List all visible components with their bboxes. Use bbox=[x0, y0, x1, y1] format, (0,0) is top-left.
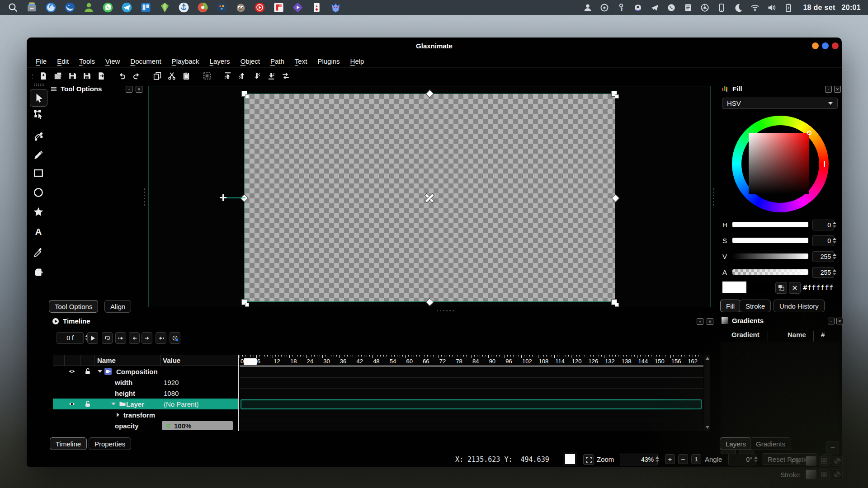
fit-view-button[interactable] bbox=[583, 454, 594, 465]
reverse-button[interactable] bbox=[279, 70, 292, 82]
open-button[interactable] bbox=[52, 70, 64, 82]
whatsapp-icon[interactable] bbox=[102, 2, 113, 13]
current-color-swatch[interactable] bbox=[565, 454, 575, 464]
tab-fill[interactable]: Fill bbox=[720, 300, 741, 312]
float-panel-icon[interactable]: ▫ bbox=[825, 86, 832, 93]
lower-to-bottom-button[interactable] bbox=[265, 70, 277, 82]
mascot-tray-icon[interactable] bbox=[633, 3, 642, 12]
timeline-scrollbar[interactable] bbox=[704, 355, 710, 431]
gradients-list[interactable] bbox=[721, 342, 839, 439]
diamond-play-icon[interactable] bbox=[292, 2, 303, 13]
export-button[interactable] bbox=[95, 70, 107, 82]
angle-steppers[interactable] bbox=[753, 454, 759, 465]
visibility-toggle-icon[interactable] bbox=[68, 399, 75, 409]
value-slider[interactable] bbox=[732, 253, 808, 259]
record-button[interactable] bbox=[170, 332, 180, 344]
fill-conical-gradient-button[interactable] bbox=[832, 456, 843, 466]
select-tool-button[interactable] bbox=[30, 89, 47, 107]
timeline-ruler[interactable]: 0612182430364248546066727884909610210811… bbox=[240, 355, 703, 366]
undo-button[interactable] bbox=[116, 70, 128, 82]
tab-layers[interactable]: Layers bbox=[720, 437, 752, 450]
value-steppers[interactable] bbox=[831, 251, 837, 262]
tree-row-height[interactable]: height1080 bbox=[53, 388, 238, 399]
swap-colors-button[interactable] bbox=[775, 282, 787, 294]
rectangle-tool-button[interactable] bbox=[30, 164, 47, 181]
float-panel-icon[interactable]: ▫ bbox=[126, 86, 132, 93]
whatsapp-tray-icon[interactable] bbox=[667, 3, 676, 12]
dictionary-icon[interactable] bbox=[178, 2, 189, 13]
close-panel-icon[interactable]: ✕ bbox=[707, 318, 713, 325]
maximize-button[interactable] bbox=[822, 42, 829, 49]
zoom-steppers[interactable] bbox=[654, 454, 660, 465]
menu-edit[interactable]: Edit bbox=[57, 57, 69, 65]
float-panel-icon[interactable]: ▫ bbox=[828, 318, 835, 324]
phone-tray-icon[interactable] bbox=[717, 3, 726, 12]
first-frame-button[interactable] bbox=[115, 332, 126, 344]
splitter-handle[interactable] bbox=[143, 188, 145, 207]
anchor-point-handle[interactable] bbox=[220, 194, 226, 201]
layer-duration-bar[interactable] bbox=[241, 399, 702, 409]
hue-steppers[interactable] bbox=[831, 219, 837, 230]
canvas-viewport[interactable] bbox=[148, 86, 711, 307]
menu-help[interactable]: Help bbox=[350, 57, 364, 65]
menu-view[interactable]: View bbox=[105, 57, 120, 65]
keyframe-status-icon[interactable] bbox=[166, 424, 170, 428]
scale-handle-bottom-right[interactable] bbox=[611, 299, 617, 305]
tab-gradients[interactable]: Gradients bbox=[750, 437, 791, 450]
next-frame-button[interactable] bbox=[142, 332, 152, 344]
saturation-value-square[interactable] bbox=[749, 133, 809, 194]
select-all-button[interactable] bbox=[201, 70, 213, 82]
lock-toggle-icon[interactable] bbox=[84, 399, 91, 409]
alpha-steppers[interactable] bbox=[831, 267, 837, 277]
text-tool-button[interactable]: A bbox=[30, 223, 47, 240]
search-icon[interactable] bbox=[7, 2, 19, 13]
tree-row-opacity[interactable]: opacity100% bbox=[53, 420, 238, 431]
clear-color-button[interactable]: ✕ bbox=[789, 282, 801, 294]
splitter-handle[interactable] bbox=[713, 188, 715, 207]
save-button[interactable] bbox=[66, 70, 78, 82]
fill-linear-gradient-button[interactable] bbox=[806, 456, 816, 466]
tab-properties[interactable]: Properties bbox=[89, 437, 131, 450]
save-as-button[interactable]: 1 bbox=[80, 70, 93, 82]
tree-row-composition[interactable]: Composition bbox=[53, 366, 238, 377]
new-button[interactable] bbox=[37, 70, 49, 82]
notes-tray-icon[interactable] bbox=[684, 3, 693, 12]
star-tool-button[interactable] bbox=[30, 203, 47, 220]
tab-tool-options[interactable]: Tool Options bbox=[49, 300, 98, 313]
paste-button[interactable] bbox=[180, 70, 192, 82]
telegram-icon[interactable] bbox=[121, 2, 132, 13]
expander-icon[interactable] bbox=[98, 366, 102, 377]
lock-toggle-icon[interactable] bbox=[84, 366, 91, 377]
pencil-tool-button[interactable] bbox=[30, 146, 47, 163]
cut-button[interactable] bbox=[165, 70, 178, 82]
scale-handle-top-right[interactable] bbox=[611, 91, 617, 97]
hex-color-field[interactable]: #ffffff bbox=[803, 283, 833, 292]
disc-tray-icon[interactable] bbox=[600, 3, 609, 12]
menu-layers[interactable]: Layers bbox=[210, 57, 230, 65]
trello-icon[interactable] bbox=[140, 2, 151, 13]
tab-undo-history[interactable]: Undo History bbox=[774, 300, 825, 312]
zoom-reset-button[interactable]: 1 bbox=[691, 454, 701, 464]
saturation-slider[interactable] bbox=[732, 238, 808, 243]
title-bar[interactable]: Glaxnimate bbox=[27, 38, 842, 55]
close-panel-icon[interactable]: ✕ bbox=[834, 86, 841, 93]
fill-tool-tool-button[interactable] bbox=[30, 263, 47, 280]
float-panel-icon[interactable]: ▫ bbox=[697, 318, 703, 325]
browser-tray-icon[interactable] bbox=[700, 3, 709, 12]
wifi-tray-icon[interactable] bbox=[750, 3, 760, 12]
remove-gradient-button[interactable]: − bbox=[826, 441, 839, 454]
tab-stroke[interactable]: Stroke bbox=[740, 300, 771, 312]
software-center-icon[interactable] bbox=[26, 2, 38, 13]
stroke-conical-gradient-button[interactable] bbox=[832, 469, 843, 479]
raise-to-top-button[interactable] bbox=[222, 70, 234, 82]
close-button[interactable] bbox=[832, 42, 839, 49]
angle-spinbox[interactable]: 0° bbox=[728, 454, 756, 465]
expander-icon[interactable] bbox=[117, 409, 119, 420]
alpha-slider[interactable] bbox=[732, 269, 808, 275]
timeline-graph[interactable] bbox=[240, 366, 703, 431]
menu-text[interactable]: Text bbox=[295, 57, 307, 65]
edit-nodes-tool-button[interactable] bbox=[30, 106, 47, 122]
property-value-editbox[interactable]: 100% bbox=[162, 421, 233, 430]
scale-handle-top-left[interactable] bbox=[241, 91, 247, 97]
solitaire-icon[interactable] bbox=[311, 2, 322, 13]
